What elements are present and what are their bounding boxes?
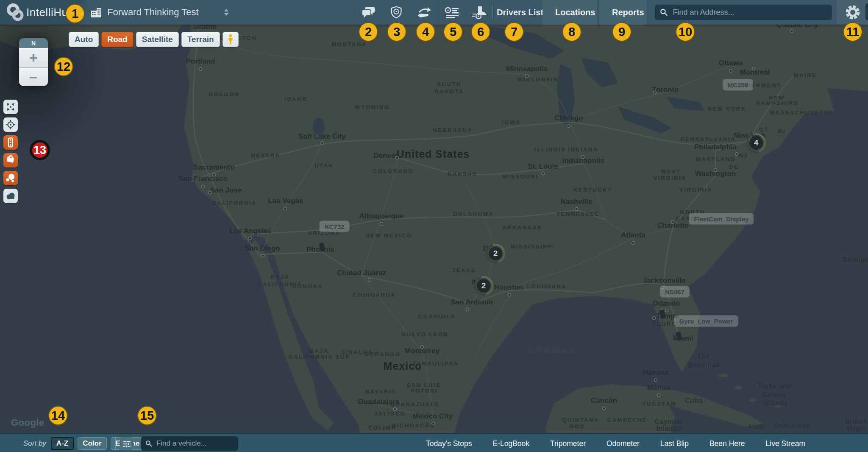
map-type-auto[interactable]: Auto xyxy=(69,32,99,47)
vehicle-search-input[interactable] xyxy=(156,439,234,448)
map-label: Jacksonville xyxy=(643,276,685,285)
map-type-satellite[interactable]: Satellite xyxy=(136,32,179,47)
fullscreen-button[interactable] xyxy=(3,100,18,114)
tab-locations[interactable]: Locations xyxy=(542,0,597,25)
map-label: Islands xyxy=(763,399,788,407)
city-dot xyxy=(421,346,424,349)
map-label: Albuquerque xyxy=(359,212,404,220)
map-type-terrain[interactable]: Terrain xyxy=(181,32,220,47)
vehicle-label-chip[interactable]: MC258 xyxy=(723,79,753,91)
map-label: MAINE xyxy=(794,72,817,78)
map-label: CAMPECHE xyxy=(607,417,647,423)
map-label: ILLINOIS xyxy=(534,146,566,153)
sort-color-button[interactable]: Color xyxy=(78,437,106,450)
map-label: Islands xyxy=(657,425,682,432)
map-label: MONTANA xyxy=(332,41,367,47)
map-label: Denver xyxy=(373,151,398,159)
link-odometer[interactable]: Odometer xyxy=(606,439,640,448)
map-label: BAJA xyxy=(309,348,328,354)
link-today-s-stops[interactable]: Today's Stops xyxy=(426,439,472,448)
link-tripometer[interactable]: Tripometer xyxy=(550,439,586,448)
map-label: OKLAHOMA xyxy=(453,211,494,217)
address-search-input[interactable] xyxy=(672,8,827,17)
city-dot xyxy=(632,242,635,245)
map-label: BAJA xyxy=(270,273,289,280)
clustering-toggle-button[interactable] xyxy=(3,171,18,185)
map-label: ROO xyxy=(569,423,585,430)
driver-log-button[interactable] xyxy=(438,0,466,25)
pegman-button[interactable] xyxy=(223,32,239,47)
building-icon xyxy=(90,6,103,18)
safety-shield-button[interactable] xyxy=(382,0,410,25)
vehicle-label-chip[interactable]: NS067 xyxy=(660,286,690,298)
annotation-badge-12: 12 xyxy=(54,57,73,76)
vehicle-cluster-marker[interactable]: 2 xyxy=(486,244,505,263)
annotation-badge-4: 4 xyxy=(416,22,435,42)
map-type-road[interactable]: Road xyxy=(101,32,134,47)
map-label: Turks and xyxy=(758,382,792,390)
settings-button[interactable] xyxy=(837,0,868,25)
locate-button[interactable] xyxy=(3,117,18,132)
traffic-toggle-button[interactable] xyxy=(3,135,18,150)
map-label: TAMAULIPAS xyxy=(413,360,459,367)
city-dot xyxy=(654,379,657,382)
map-label: DURANGO xyxy=(365,351,401,357)
map-label: WISCONSIN xyxy=(517,76,559,83)
city-dot xyxy=(714,169,717,172)
city-dot xyxy=(735,153,738,156)
account-selector[interactable]: Forward Thinking Test xyxy=(90,0,229,25)
pegman-icon xyxy=(227,34,234,45)
vehicle-label-chip[interactable]: Gyro_Low_Power xyxy=(674,315,738,327)
driver-coaching-button[interactable] xyxy=(466,0,494,25)
weather-toggle-button[interactable] xyxy=(3,189,18,203)
city-dot xyxy=(396,156,399,159)
map-label: Philadelphia xyxy=(694,143,737,151)
map-label: YUCATÁN xyxy=(642,401,676,407)
map-label: United States xyxy=(397,148,470,160)
annotation-badge-7: 7 xyxy=(504,22,524,42)
annotation-badge-5: 5 xyxy=(443,22,463,42)
annotation-badge-13: 13 xyxy=(30,140,50,160)
sort-arrows-icon[interactable] xyxy=(224,8,229,16)
dispatch-button[interactable] xyxy=(410,0,438,25)
map-label: NEW YORK xyxy=(707,106,746,112)
filter-sliders-icon xyxy=(122,440,131,448)
compass-north[interactable]: N xyxy=(19,38,48,48)
shield-icon xyxy=(390,5,403,20)
link-last-blip[interactable]: Last Blip xyxy=(660,439,689,448)
chat-button[interactable] xyxy=(354,0,382,25)
city-dot xyxy=(654,91,657,94)
map-label: The xyxy=(697,353,710,360)
boot-steering-icon xyxy=(472,6,487,19)
map-label: VIRGINIA xyxy=(679,187,712,193)
link-been-here[interactable]: Been Here xyxy=(709,439,745,448)
map-label: Las Vegas xyxy=(268,197,303,205)
vehicle-label-chip[interactable]: FleetCam_Display xyxy=(689,213,754,225)
map-label: San Francisco xyxy=(178,175,228,183)
map-label: Nashville xyxy=(561,198,593,206)
sort-az-button[interactable]: A-Z xyxy=(51,437,74,450)
city-dot xyxy=(581,156,584,159)
map-label: INDIANA xyxy=(568,146,598,153)
weather-cloud-icon xyxy=(5,192,16,200)
vehicle-cluster-marker[interactable]: 4 xyxy=(746,133,766,153)
labels-toggle-button[interactable] xyxy=(3,153,18,167)
vehicle-label-chip[interactable]: KC732 xyxy=(320,221,350,232)
city-dot xyxy=(368,279,371,282)
map-label: COAHUILA xyxy=(418,313,456,320)
intellihub-app: United StatesMexicoSeattlePortlandSacram… xyxy=(0,0,868,452)
annotation-badge-8: 8 xyxy=(562,22,581,42)
map-canvas[interactable]: United StatesMexicoSeattlePortlandSacram… xyxy=(0,0,868,452)
zoom-in-button[interactable]: + xyxy=(19,48,48,67)
map-type-toolbar: Auto Road Satellite Terrain xyxy=(69,32,239,47)
vehicle-filter-button[interactable] xyxy=(120,437,133,450)
city-dot xyxy=(657,394,660,397)
vehicle-cluster-marker[interactable]: 2 xyxy=(474,276,493,296)
city-dot xyxy=(199,68,202,71)
map-label: GUANAJUATO xyxy=(390,401,440,407)
tab-reports[interactable]: Reports xyxy=(599,0,647,25)
link-live-stream[interactable]: Live Stream xyxy=(766,439,805,448)
map-label: MASSACHUSETTS xyxy=(770,109,833,116)
zoom-out-button[interactable]: − xyxy=(19,67,48,86)
link-e-logbook[interactable]: E-LogBook xyxy=(492,439,529,448)
